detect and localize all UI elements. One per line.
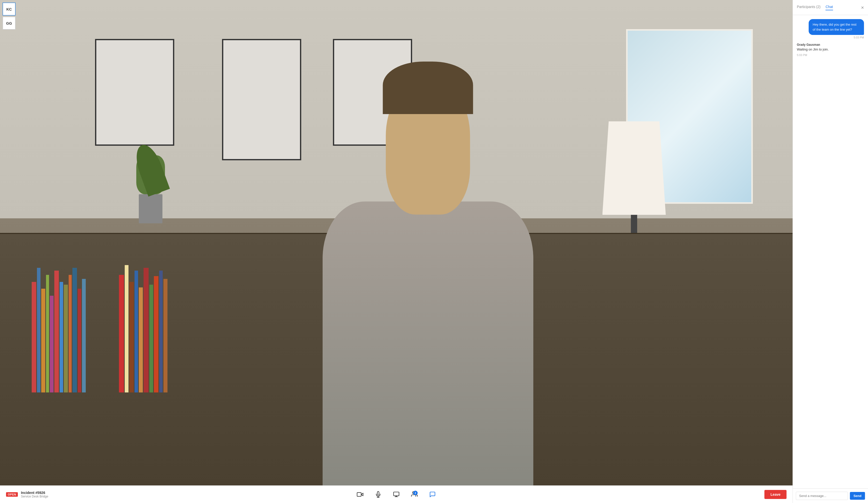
incident-subtitle: Service Desk Bridge <box>21 495 48 498</box>
toolbar-right: Leave <box>764 490 786 499</box>
tab-chat[interactable]: Chat <box>826 5 833 10</box>
person-figure <box>277 49 579 485</box>
avatar-kc[interactable]: KC <box>2 2 16 15</box>
participants-icon-wrapper: 2 <box>411 491 418 498</box>
screen-share-button[interactable] <box>391 489 402 500</box>
right-panel: Participants (2) Chat × Hey there, did y… <box>793 0 868 503</box>
plant <box>127 155 174 252</box>
video-area: KC GG <box>0 0 793 503</box>
panel-close-button[interactable]: × <box>861 5 864 10</box>
outgoing-message-time: 5:03 PM <box>854 36 864 39</box>
panel-header: Participants (2) Chat × <box>793 0 868 15</box>
video-button[interactable] <box>354 489 365 500</box>
video-feed <box>0 0 793 485</box>
leave-button[interactable]: Leave <box>764 490 786 499</box>
mic-icon <box>375 491 381 498</box>
participants-count-badge: 2 <box>413 491 418 495</box>
participant-avatars: KC GG <box>2 2 16 30</box>
chat-input-area: Send <box>793 489 868 503</box>
incoming-message-text: Waiting on Jim to join. <box>797 47 829 52</box>
chat-input[interactable] <box>796 492 848 500</box>
video-background <box>0 0 793 485</box>
avatar-gg[interactable]: GG <box>2 17 16 30</box>
mic-button[interactable] <box>373 489 384 500</box>
incoming-message-time: 5:03 PM <box>797 53 807 56</box>
svg-rect-4 <box>393 492 399 496</box>
video-icon <box>357 491 363 498</box>
toolbar-left: OPEN Incident #5926 Service Desk Bridge <box>6 491 48 498</box>
chat-messages: Hey there, did you get the rest of the t… <box>793 15 868 489</box>
send-button[interactable]: Send <box>850 492 865 500</box>
incoming-sender-name: Grady Gausman <box>797 43 820 46</box>
chat-icon <box>429 491 436 498</box>
message-outgoing: Hey there, did you get the rest of the t… <box>797 19 864 39</box>
toolbar: OPEN Incident #5926 Service Desk Bridge <box>0 485 793 503</box>
svg-marker-0 <box>361 493 363 496</box>
incident-title: Incident #5926 <box>21 491 48 495</box>
incident-info: Incident #5926 Service Desk Bridge <box>21 491 48 498</box>
wall-frame-1 <box>95 39 174 146</box>
chat-button[interactable] <box>427 489 438 500</box>
svg-rect-1 <box>357 492 361 496</box>
app-container: KC GG <box>0 0 868 503</box>
toolbar-center: 2 <box>354 489 438 500</box>
screen-share-icon <box>393 491 400 498</box>
tab-participants[interactable]: Participants (2) <box>797 5 820 10</box>
incident-status-badge: OPEN <box>6 492 18 497</box>
message-incoming: Grady Gausman Waiting on Jim to join. 5:… <box>797 43 864 56</box>
outgoing-message-text: Hey there, did you get the rest of the t… <box>809 19 864 35</box>
participants-button[interactable]: 2 <box>409 489 420 500</box>
